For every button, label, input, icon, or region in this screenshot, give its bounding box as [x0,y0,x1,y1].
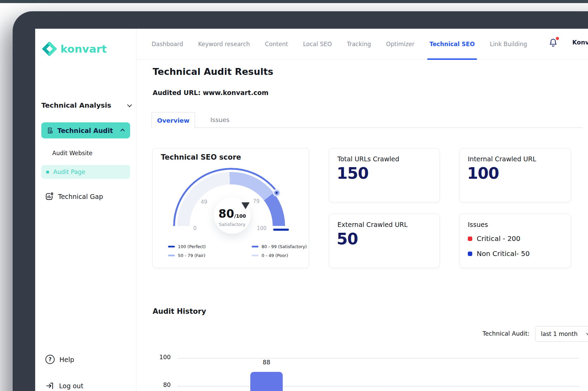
y-axis-tick-80: 80 [154,381,171,388]
issues-card: Issues Critical - 200 Non Critical- 50 [459,214,571,268]
stat-value: 50 [337,230,358,248]
sidebar-item-audit-page[interactable]: Audit Page [41,165,130,179]
legend-item-fair: 50 - 79 (Fair) [168,253,205,258]
nav-item-link-building[interactable]: Link Building [490,29,527,59]
legend-item-poor: 0 - 49 (Poor) [252,253,288,258]
logo[interactable]: konvart [42,42,107,56]
stat-title: External Crawled URL [337,221,408,228]
external-crawled-url-card: External Crawled URL 50 [329,214,440,268]
legend-swatch [168,246,175,248]
sidebar-item-label: Technical Gap [58,193,103,200]
user-account-label[interactable]: Konva [572,39,588,46]
background-top-strip [0,0,588,3]
technical-seo-score-card: Technical SEO score 0 49 79 100 80/100 S… [152,148,309,268]
gauge-pointer-icon [241,202,250,209]
logo-icon [42,42,57,56]
help-button[interactable]: ? Help [45,355,74,364]
gauge-end-marker [273,229,289,231]
notification-badge [556,37,559,40]
period-select[interactable]: last 1 month [535,326,588,342]
audited-url-text: Audited URL: www.konvart.com [153,89,268,96]
nav-item-dashboard[interactable]: Dashboard [152,29,183,59]
issue-row-non-critical: Non Critical- 50 [468,250,530,258]
sidebar-section-technical-analysis[interactable]: Technical Analysis [41,101,131,109]
gauge-tick-49: 49 [201,199,207,205]
gauge-tick-0: 0 [193,225,197,231]
app-window: konvart Technical Analysis Technical Aud… [35,29,588,391]
stat-value: 150 [337,164,368,183]
legend-swatch [168,255,175,257]
sidebar-item-audit-website[interactable]: Audit Website [52,150,93,157]
y-axis-tick-100: 100 [154,354,171,361]
page-title: Technical Audit Results [153,66,273,77]
logout-label: Log out [59,382,83,390]
stat-value: 100 [467,164,499,183]
tabs-divider [152,127,583,128]
gauge-tick-79: 79 [253,198,260,204]
gauge-card-title: Technical SEO score [161,153,241,161]
chevron-up-icon [121,129,125,133]
nav-item-content[interactable]: Content [265,29,288,59]
stat-title: Internal Crawled URL [468,155,536,163]
nav-item-keyword-research[interactable]: Keyword research [198,29,250,59]
issues-title: Issues [468,221,488,228]
notifications-button[interactable] [548,38,559,49]
legend-item-perfect: 100 (Perfect) [168,244,206,249]
chevron-down-icon [127,103,132,107]
internal-crawled-url-card: Internal Crawled URL 100 [459,148,571,202]
sidebar-item-label: Technical Audit [57,127,118,134]
chevron-down-icon [586,332,588,335]
period-select-value: last 1 month [541,331,582,337]
nav-item-technical-seo[interactable]: Technical SEO [430,29,475,59]
logout-button[interactable]: Log out [45,381,83,390]
logo-text: konvart [60,43,107,55]
filter-label: Technical Audit: [482,330,530,337]
stat-title: Total URLs Crawled [337,155,399,163]
legend-swatch [252,255,258,257]
sidebar: konvart Technical Analysis Technical Aud… [35,29,137,391]
gauge-score-dot [273,189,280,197]
gauge-tick-100: 100 [257,225,267,231]
gridline-100 [178,358,579,359]
audit-history-title: Audit History [153,307,206,315]
logout-arrow-icon [45,381,54,390]
history-bar [250,372,283,391]
tab-issues[interactable]: Issues [210,116,229,123]
non-critical-dot-icon [468,252,472,256]
sidebar-item-label: Audit Page [53,168,85,175]
sidebar-item-technical-audit[interactable]: Technical Audit [41,122,130,138]
legend-item-satisfactory: 80 - 99 (Satisfactory) [252,244,307,249]
audit-document-icon [46,127,54,134]
bullet-dot-icon [46,171,49,174]
section-label: Technical Analysis [41,101,111,109]
gridline-80 [178,386,579,387]
top-nav: Dashboard Keyword research Content Local… [137,29,588,60]
question-mark-icon: ? [45,355,55,364]
bar-value-label: 88 [250,359,283,366]
sidebar-item-technical-gap[interactable]: Technical Gap [45,192,103,201]
nav-item-optimizer[interactable]: Optimizer [386,29,415,59]
score-value: 80 [219,207,234,220]
nav-item-tracking[interactable]: Tracking [347,29,371,59]
bar-chart-icon [45,192,54,201]
legend-swatch [252,246,258,248]
total-urls-crawled-card: Total URLs Crawled 150 [329,148,440,202]
nav-item-local-seo[interactable]: Local SEO [303,29,332,59]
issue-row-critical: Critical - 200 [468,234,520,243]
score-status: Satisfactory [214,222,251,227]
score-denominator: /100 [234,213,246,219]
help-label: Help [59,356,74,363]
tab-overview[interactable]: Overview [152,112,195,128]
critical-dot-icon [468,237,472,241]
